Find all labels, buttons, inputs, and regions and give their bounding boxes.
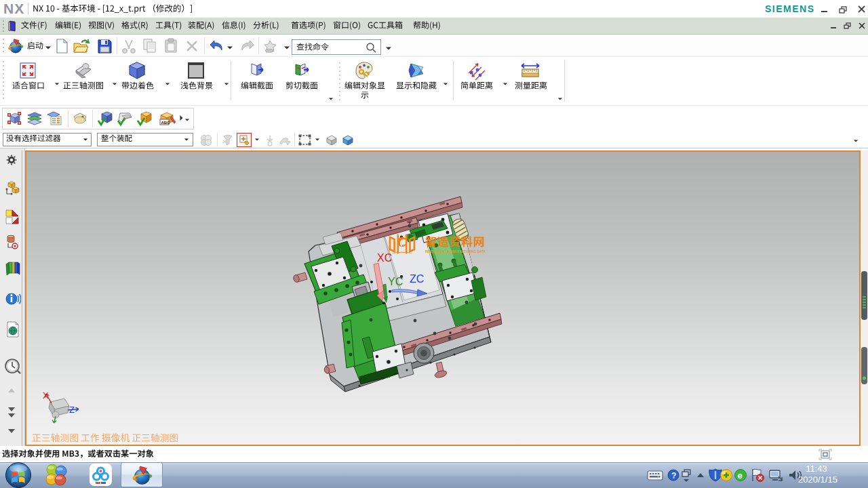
svg-text:?: ? [671, 471, 676, 481]
svg-text:ABC: ABC [161, 121, 171, 125]
svg-text:ZC: ZC [410, 273, 424, 285]
svg-text:e: e [738, 470, 743, 481]
svg-text:YC: YC [388, 276, 403, 287]
